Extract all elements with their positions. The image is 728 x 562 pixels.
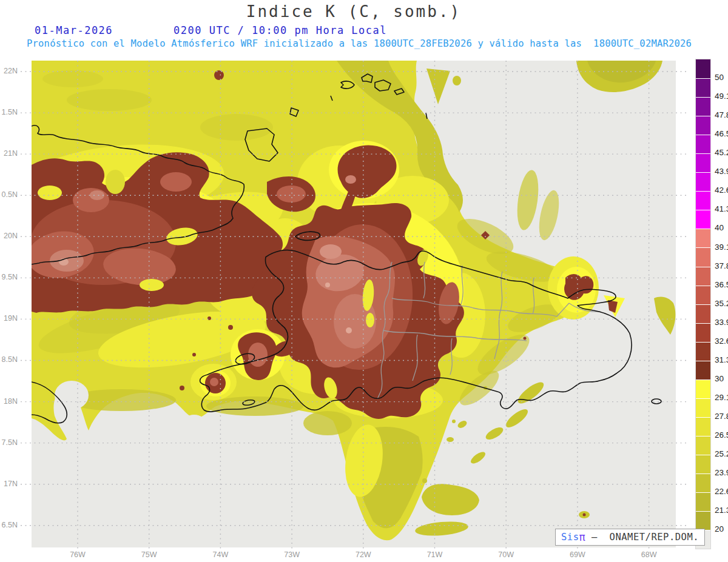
lat-tick-label: 21N bbox=[0, 149, 18, 158]
lon-tick-label: 69W bbox=[570, 550, 585, 559]
page-title: Indice K (C, somb.) bbox=[32, 2, 676, 21]
lat-tick-label: 9.5N bbox=[0, 273, 18, 281]
sis-label: Sis bbox=[561, 532, 579, 543]
map-plot-area bbox=[12, 61, 676, 547]
lat-tick-label: 1.5N bbox=[0, 108, 18, 116]
colorbar-tick-label: 37.8 bbox=[715, 261, 728, 270]
onamet-branding-badge: Sisπ – ONAMET/REP.DOM. bbox=[555, 529, 705, 546]
k-index-colorbar bbox=[695, 59, 711, 549]
colorbar-tick-label: 39.1 bbox=[715, 243, 728, 252]
colorbar-tick-label: 46.5 bbox=[715, 129, 728, 138]
colorbar-segment bbox=[696, 267, 710, 286]
colorbar-tick-label: 33.9 bbox=[715, 318, 728, 327]
lon-tick-label: 76W bbox=[70, 550, 86, 559]
colorbar-tick-label: 42.6 bbox=[715, 186, 728, 195]
colorbar-segment bbox=[696, 417, 710, 436]
colorbar-segment bbox=[696, 153, 710, 172]
colorbar-tick-label: 50 bbox=[715, 73, 724, 82]
colorbar-segment bbox=[696, 59, 710, 78]
colorbar-segment bbox=[696, 473, 710, 492]
colorbar-segment bbox=[696, 116, 710, 135]
pi-symbol: π bbox=[579, 531, 586, 543]
colorbar-tick-label: 49.1 bbox=[715, 92, 728, 101]
colorbar-segment bbox=[696, 361, 710, 380]
colorbar-tick-label: 41.3 bbox=[715, 204, 728, 213]
colorbar-segment bbox=[696, 78, 710, 97]
colorbar-tick-label: 25.2 bbox=[715, 449, 728, 458]
lon-tick-label: 68W bbox=[641, 550, 657, 559]
lon-tick-label: 72W bbox=[356, 550, 371, 559]
lat-tick-label: 0.5N bbox=[0, 190, 18, 199]
north-high-k-dot bbox=[214, 70, 224, 80]
colorbar-tick-label: 35.2 bbox=[715, 299, 728, 308]
colorbar-segment bbox=[696, 172, 710, 191]
k-index-map bbox=[0, 0, 728, 562]
colorbar-tick-label: 21.3 bbox=[715, 506, 728, 515]
lon-tick-label: 75W bbox=[141, 550, 157, 559]
colorbar-tick-label: 32.6 bbox=[715, 336, 728, 346]
branding-suffix: – ONAMET/REP.DOM. bbox=[585, 532, 699, 543]
lon-tick-label: 70W bbox=[498, 550, 514, 559]
lon-tick-label: 74W bbox=[213, 550, 229, 559]
colorbar-segment bbox=[696, 191, 710, 210]
colorbar-segment bbox=[696, 247, 710, 266]
lat-tick-label: 7.5N bbox=[0, 438, 18, 447]
colorbar-segment bbox=[696, 455, 710, 473]
colorbar-segment bbox=[696, 511, 710, 530]
lat-tick-label: 19N bbox=[0, 314, 18, 323]
colorbar-segment bbox=[696, 229, 710, 247]
colorbar-tick-label: 20 bbox=[715, 524, 724, 534]
colorbar-tick-label: 40 bbox=[715, 223, 724, 232]
forecast-date: 01-Mar-2026 bbox=[35, 24, 113, 36]
colorbar-tick-label: 29.1 bbox=[715, 393, 728, 402]
colorbar-segment bbox=[696, 135, 710, 153]
colorbar-tick-label: 45.2 bbox=[715, 148, 728, 157]
colorbar-tick-label: 36.5 bbox=[715, 280, 728, 289]
lat-tick-label: 6.5N bbox=[0, 521, 18, 529]
lat-tick-label: 22N bbox=[0, 67, 18, 75]
colorbar-segment bbox=[696, 286, 710, 304]
colorbar-segment bbox=[696, 323, 710, 342]
colorbar-tick-label: 43.9 bbox=[715, 167, 728, 176]
lon-tick-label: 71W bbox=[427, 550, 443, 559]
colorbar-tick-label: 27.8 bbox=[715, 412, 728, 421]
colorbar-segment bbox=[696, 342, 710, 361]
colorbar-tick-label: 26.5 bbox=[715, 430, 728, 440]
colorbar-segment bbox=[696, 380, 710, 398]
colorbar-tick-label: 47.8 bbox=[715, 110, 728, 119]
lat-tick-label: 18N bbox=[0, 397, 18, 406]
colorbar-segment bbox=[696, 492, 710, 511]
colorbar-tick-label: 22.6 bbox=[715, 487, 728, 496]
forecast-time: 0200 UTC / 10:00 pm Hora Local bbox=[174, 24, 387, 36]
model-init-line: Pronóstico con el Modelo Atmósferico WRF… bbox=[27, 38, 692, 49]
lat-tick-label: 17N bbox=[0, 480, 18, 488]
colorbar-segment bbox=[696, 398, 710, 417]
colorbar-tick-label: 23.9 bbox=[715, 468, 728, 477]
colorbar-tick-label: 30 bbox=[715, 374, 724, 383]
lat-tick-label: 20N bbox=[0, 232, 18, 240]
lon-tick-label: 73W bbox=[284, 550, 300, 559]
colorbar-segment bbox=[696, 436, 710, 455]
colorbar-segment bbox=[696, 210, 710, 229]
weather-map-page: Indice K (C, somb.) 01-Mar-2026 0200 UTC… bbox=[0, 0, 728, 562]
colorbar-segment bbox=[696, 97, 710, 116]
colorbar-segment bbox=[696, 304, 710, 323]
lat-tick-label: 8.5N bbox=[0, 355, 18, 364]
colorbar-tick-label: 31.3 bbox=[715, 355, 728, 364]
